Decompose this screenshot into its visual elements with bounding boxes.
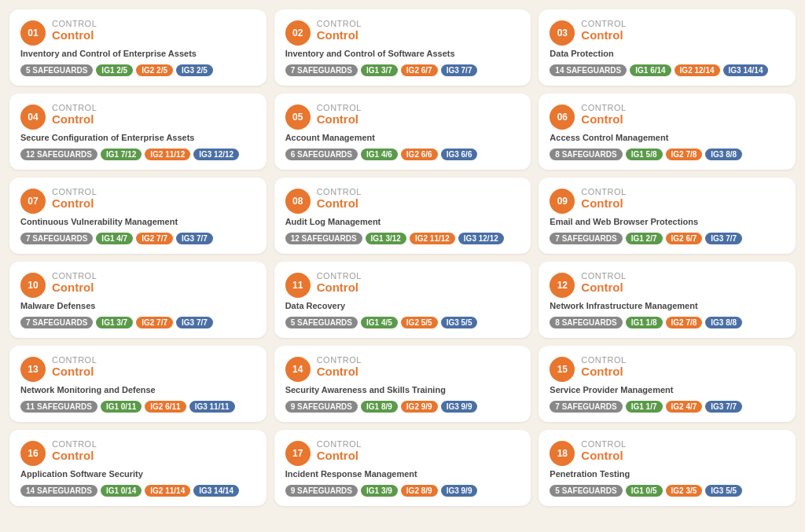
tag-ig1: IG1 4/5 <box>361 317 398 328</box>
card-title: Control <box>317 281 520 295</box>
control-card-18[interactable]: 18 Control Control Penetration Testing 5… <box>539 430 796 506</box>
control-card-13[interactable]: 13 Control Control Network Monitoring an… <box>9 346 266 422</box>
tag-ig3: IG3 8/8 <box>705 149 742 160</box>
card-number: 16 <box>20 441 46 466</box>
card-title: Control <box>52 365 255 379</box>
card-header: 04 Control Control <box>20 103 255 130</box>
control-card-02[interactable]: 02 Control Control Inventory and Control… <box>274 9 531 86</box>
tag-ig3: IG3 12/12 <box>193 149 239 160</box>
card-number: 03 <box>550 20 575 46</box>
card-tags: 7 SAFEGUARDS IG1 3/7 IG2 6/7 IG3 7/7 <box>285 64 520 76</box>
card-title: Control <box>581 281 785 295</box>
tag-safeguards: 7 SAFEGUARDS <box>20 233 93 244</box>
card-subtitle: Penetration Testing <box>550 469 785 479</box>
card-label: Control <box>317 355 520 365</box>
tag-ig1: IG1 8/9 <box>361 401 398 413</box>
card-subtitle: Continuous Vulnerability Management <box>20 217 255 226</box>
card-number: 14 <box>285 357 311 382</box>
card-number: 07 <box>20 189 46 214</box>
card-subtitle: Audit Log Management <box>285 217 520 226</box>
card-title: Control <box>317 112 520 127</box>
card-subtitle: Service Provider Management <box>550 385 785 394</box>
control-card-06[interactable]: 06 Control Control Access Control Manage… <box>539 94 796 170</box>
tag-safeguards: 9 SAFEGUARDS <box>285 485 358 497</box>
tag-safeguards: 5 SAFEGUARDS <box>20 64 93 76</box>
card-header: 08 Control Control <box>285 187 520 214</box>
tag-ig3: IG3 7/7 <box>705 401 742 413</box>
card-number: 01 <box>20 20 46 46</box>
card-label: Control <box>52 355 255 365</box>
card-subtitle: Access Control Management <box>550 133 785 142</box>
tag-ig1: IG1 3/7 <box>96 317 133 328</box>
tag-ig1: IG1 6/14 <box>630 64 671 76</box>
card-title: Control <box>52 28 255 42</box>
tag-ig2: IG2 3/5 <box>666 485 703 497</box>
card-header: 07 Control Control <box>20 187 255 214</box>
card-tags: 12 SAFEGUARDS IG1 7/12 IG2 11/12 IG3 12/… <box>20 149 255 160</box>
card-tags: 9 SAFEGUARDS IG1 3/9 IG2 8/9 IG3 9/9 <box>285 485 520 497</box>
card-number: 06 <box>550 105 575 130</box>
control-card-03[interactable]: 03 Control Control Data Protection 14 SA… <box>539 9 796 86</box>
card-number: 05 <box>285 105 311 130</box>
tag-ig3: IG3 14/14 <box>723 64 769 76</box>
tag-ig2: IG2 6/6 <box>401 149 438 160</box>
card-label: Control <box>317 187 520 196</box>
control-card-16[interactable]: 16 Control Control Application Software … <box>9 430 266 506</box>
control-card-12[interactable]: 12 Control Control Network Infrastructur… <box>539 262 796 338</box>
control-card-17[interactable]: 17 Control Control Incident Response Man… <box>274 430 531 506</box>
card-number: 09 <box>550 189 575 214</box>
card-subtitle: Inventory and Control of Software Assets <box>285 49 520 58</box>
tag-safeguards: 11 SAFEGUARDS <box>20 401 97 413</box>
card-label: Control <box>581 439 785 449</box>
control-card-07[interactable]: 07 Control Control Continuous Vulnerabil… <box>9 178 266 254</box>
card-tags: 14 SAFEGUARDS IG1 6/14 IG2 12/14 IG3 14/… <box>550 64 785 76</box>
card-header: 11 Control Control <box>285 271 520 298</box>
control-card-15[interactable]: 15 Control Control Service Provider Mana… <box>539 346 796 422</box>
tag-safeguards: 12 SAFEGUARDS <box>285 233 362 244</box>
tag-ig1: IG1 3/12 <box>366 233 406 244</box>
card-header: 16 Control Control <box>20 439 255 466</box>
tag-ig2: IG2 7/7 <box>136 317 173 328</box>
tag-ig3: IG3 7/7 <box>441 64 478 76</box>
card-tags: 12 SAFEGUARDS IG1 3/12 IG2 11/12 IG3 12/… <box>285 233 520 244</box>
card-label: Control <box>52 19 255 28</box>
tag-ig1: IG1 1/7 <box>626 401 663 413</box>
tag-ig3: IG3 7/7 <box>176 233 213 244</box>
card-tags: 8 SAFEGUARDS IG1 5/8 IG2 7/8 IG3 8/8 <box>550 149 785 160</box>
control-card-01[interactable]: 01 Control Control Inventory and Control… <box>9 9 266 86</box>
card-title: Control <box>52 449 255 463</box>
tag-ig2: IG2 2/5 <box>136 64 173 76</box>
card-header: 14 Control Control <box>285 355 520 382</box>
tag-ig3: IG3 5/5 <box>705 485 742 497</box>
card-subtitle: Data Protection <box>550 49 785 58</box>
control-card-11[interactable]: 11 Control Control Data Recovery 5 SAFEG… <box>274 262 531 338</box>
card-label: Control <box>52 103 255 112</box>
card-subtitle: Account Management <box>285 133 520 142</box>
card-title: Control <box>581 196 785 211</box>
control-card-10[interactable]: 10 Control Control Malware Defenses 7 SA… <box>9 262 266 338</box>
tag-ig2: IG2 7/8 <box>666 317 703 328</box>
tag-safeguards: 14 SAFEGUARDS <box>550 64 627 76</box>
tag-ig3: IG3 9/9 <box>441 401 478 413</box>
card-tags: 7 SAFEGUARDS IG1 3/7 IG2 7/7 IG3 7/7 <box>20 317 255 328</box>
tag-safeguards: 5 SAFEGUARDS <box>285 317 358 328</box>
card-tags: 11 SAFEGUARDS IG1 0/11 IG2 6/11 IG3 11/1… <box>20 401 255 413</box>
control-card-05[interactable]: 05 Control Control Account Management 6 … <box>274 94 531 170</box>
card-title: Control <box>317 196 520 211</box>
tag-ig2: IG2 6/11 <box>145 401 186 413</box>
tag-ig2: IG2 7/7 <box>136 233 173 244</box>
tag-ig1: IG1 4/6 <box>361 149 398 160</box>
card-label: Control <box>52 439 255 449</box>
card-tags: 6 SAFEGUARDS IG1 4/6 IG2 6/6 IG3 6/6 <box>285 149 520 160</box>
card-subtitle: Malware Defenses <box>20 301 255 310</box>
tag-safeguards: 9 SAFEGUARDS <box>285 401 358 413</box>
control-card-14[interactable]: 14 Control Control Security Awareness an… <box>274 346 531 422</box>
card-number: 12 <box>550 273 575 298</box>
control-card-04[interactable]: 04 Control Control Secure Configuration … <box>9 94 266 170</box>
card-tags: 7 SAFEGUARDS IG1 1/7 IG2 4/7 IG3 7/7 <box>550 401 785 413</box>
control-card-09[interactable]: 09 Control Control Email and Web Browser… <box>539 178 796 254</box>
card-label: Control <box>317 271 520 281</box>
card-subtitle: Data Recovery <box>285 301 520 310</box>
card-header: 17 Control Control <box>285 439 520 466</box>
control-card-08[interactable]: 08 Control Control Audit Log Management … <box>274 178 531 254</box>
